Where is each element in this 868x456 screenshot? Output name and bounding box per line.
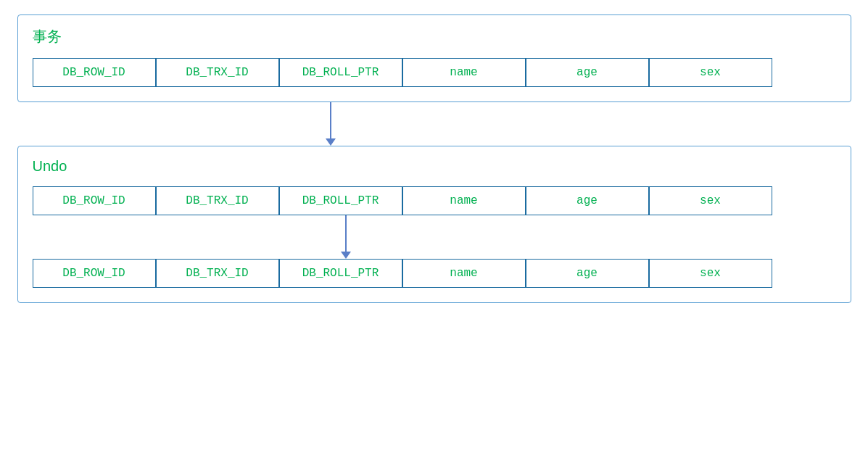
txn-cell-db-trx-id: DB_TRX_ID (156, 58, 279, 87)
arrow-head-2 (341, 252, 351, 259)
transaction-row-table: DB_ROW_ID DB_TRX_ID DB_ROLL_PTR name age… (33, 58, 836, 87)
arrow-line-2 (345, 215, 347, 252)
undo-box: Undo DB_ROW_ID DB_TRX_ID DB_ROLL_PTR nam… (17, 146, 851, 303)
undo1-cell-db-trx-id: DB_TRX_ID (156, 186, 279, 215)
transaction-box: 事务 DB_ROW_ID DB_TRX_ID DB_ROLL_PTR name … (17, 14, 851, 102)
undo2-cell-db-row-id: DB_ROW_ID (33, 259, 156, 288)
arrow-head-1 (326, 138, 336, 146)
undo1-cell-age: age (526, 186, 649, 215)
arrow-line-1 (330, 102, 331, 138)
txn-cell-db-roll-ptr: DB_ROLL_PTR (279, 58, 402, 87)
undo2-cell-age: age (526, 259, 649, 288)
main-container: 事务 DB_ROW_ID DB_TRX_ID DB_ROLL_PTR name … (17, 14, 851, 442)
undo-label: Undo (33, 158, 836, 175)
txn-cell-db-row-id: DB_ROW_ID (33, 58, 156, 87)
arrow-connector-1 (17, 102, 851, 146)
transaction-label: 事务 (33, 27, 836, 46)
arrow-connector-2 (33, 215, 836, 259)
undo-row1-table: DB_ROW_ID DB_TRX_ID DB_ROLL_PTR name age… (33, 186, 836, 215)
undo-row2-table: DB_ROW_ID DB_TRX_ID DB_ROLL_PTR name age… (33, 259, 836, 288)
undo1-cell-sex: sex (649, 186, 772, 215)
arrow-vertical-2 (341, 215, 351, 259)
undo2-cell-db-trx-id: DB_TRX_ID (156, 259, 279, 288)
undo1-cell-db-row-id: DB_ROW_ID (33, 186, 156, 215)
undo2-cell-db-roll-ptr: DB_ROLL_PTR (279, 259, 402, 288)
undo1-cell-db-roll-ptr: DB_ROLL_PTR (279, 186, 402, 215)
arrow-vertical-1 (326, 102, 336, 146)
txn-cell-sex: sex (649, 58, 772, 87)
undo2-cell-sex: sex (649, 259, 772, 288)
undo1-cell-name: name (402, 186, 526, 215)
undo2-cell-name: name (402, 259, 526, 288)
txn-cell-name: name (402, 58, 526, 87)
txn-cell-age: age (526, 58, 649, 87)
